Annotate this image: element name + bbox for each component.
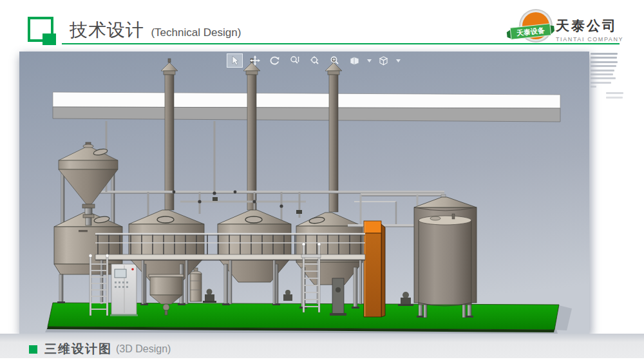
page-title-zh: 技术设计 bbox=[70, 20, 144, 40]
rotate-tool-button[interactable] bbox=[267, 53, 283, 68]
zoom-in-out-button[interactable] bbox=[287, 53, 303, 68]
zoom-to-fit-button[interactable] bbox=[307, 53, 323, 68]
orange-column bbox=[364, 221, 385, 317]
page-title: 技术设计 (Technical Design) bbox=[70, 18, 241, 43]
pump-stand bbox=[330, 278, 346, 316]
control-cabinet bbox=[110, 264, 138, 316]
zoom-to-area-icon bbox=[330, 55, 340, 66]
company-name-en: TIANTAI COMPANY bbox=[556, 36, 623, 43]
storage-tank-front bbox=[419, 214, 471, 318]
caption-text-en: (3D Design) bbox=[116, 343, 171, 355]
chevron-down-icon bbox=[367, 59, 372, 62]
pan-icon bbox=[250, 55, 260, 66]
cad-scene bbox=[19, 52, 589, 334]
pan-tool-button[interactable] bbox=[247, 53, 263, 68]
exhaust-duct bbox=[53, 92, 560, 122]
zoom-in-out-icon bbox=[290, 55, 300, 66]
title-square-icon bbox=[28, 17, 53, 42]
view-orientation-button[interactable] bbox=[375, 53, 392, 68]
blurred-text-block bbox=[591, 53, 636, 100]
filter-cylinder bbox=[190, 268, 202, 301]
cad-toolbar bbox=[227, 53, 401, 68]
zoom-to-area-button[interactable] bbox=[327, 53, 343, 68]
view-cube-icon bbox=[378, 55, 389, 66]
zoom-to-fit-icon bbox=[310, 55, 320, 66]
caption-bullet-icon bbox=[29, 345, 37, 354]
page-title-en: (Technical Design) bbox=[151, 26, 241, 39]
company-logo: 天泰设备 天泰公司 TIANTAI COMPANY bbox=[506, 8, 634, 43]
display-style-button[interactable] bbox=[346, 53, 363, 68]
rotate-icon bbox=[269, 55, 280, 66]
select-cursor-icon bbox=[230, 55, 240, 66]
figure-caption: 三维设计图 (3D Design) bbox=[29, 341, 171, 357]
slide: 技术设计 (Technical Design) 天泰设备 天泰公司 TIANTA… bbox=[0, 0, 644, 362]
company-name-zh: 天泰公司 bbox=[556, 17, 623, 35]
display-style-dropdown[interactable] bbox=[366, 53, 372, 68]
chevron-down-icon bbox=[396, 59, 401, 62]
logo-badge: 天泰设备 bbox=[506, 8, 556, 43]
select-tool-button[interactable] bbox=[227, 53, 243, 68]
view-orientation-dropdown[interactable] bbox=[395, 53, 401, 68]
cabinet-screen bbox=[115, 269, 126, 278]
caption-text-zh: 三维设计图 bbox=[44, 341, 112, 357]
header-rule bbox=[62, 43, 620, 44]
cad-viewport bbox=[19, 52, 589, 334]
display-style-icon bbox=[349, 55, 360, 66]
cabinet-led bbox=[131, 268, 134, 271]
